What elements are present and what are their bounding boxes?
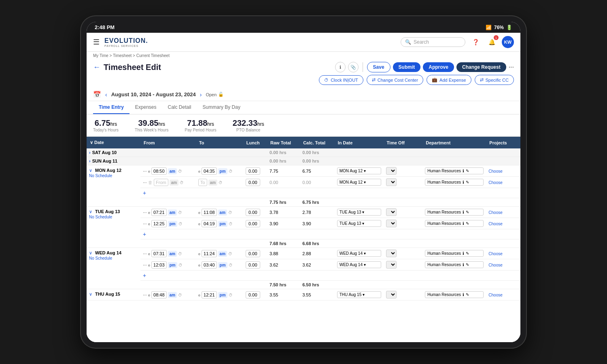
- tab-time-entry[interactable]: Time Entry: [93, 101, 129, 114]
- expand-sun[interactable]: ›: [89, 159, 91, 163]
- mon-to2-clock[interactable]: ⏱: [219, 180, 223, 185]
- tue-from1-ampm[interactable]: am: [168, 210, 177, 216]
- tue-add-row[interactable]: +: [143, 231, 146, 237]
- wed-from1-input[interactable]: 07:31: [151, 250, 167, 257]
- tue-choose2[interactable]: Choose: [488, 222, 502, 226]
- mon-from2-ampm[interactable]: am: [170, 180, 178, 186]
- mon-choose2[interactable]: Choose: [488, 180, 502, 185]
- wed-choose2[interactable]: Choose: [488, 263, 502, 267]
- dept-edit-icon[interactable]: ✎: [466, 169, 469, 173]
- tue-from2-ampm[interactable]: pm: [168, 221, 177, 227]
- tue-to2-clock[interactable]: ⏱: [229, 222, 233, 226]
- tue-indate1[interactable]: TUE Aug 13 ▾: [337, 209, 381, 216]
- mon-from2-clock[interactable]: ⏱: [180, 180, 184, 185]
- expand-tue[interactable]: ∨: [89, 209, 92, 214]
- dept-edit-icon2[interactable]: ✎: [466, 180, 469, 184]
- add-expense-chip[interactable]: 💼 Add Expense: [427, 75, 471, 85]
- mon-to1-clock[interactable]: ⏱: [229, 169, 233, 174]
- dept-info-icon7[interactable]: ℹ: [463, 292, 464, 297]
- wed-to1-ampm[interactable]: am: [218, 251, 227, 257]
- prev-period-button[interactable]: ‹: [105, 91, 107, 98]
- tue-from2-clock[interactable]: ⏱: [178, 222, 183, 226]
- save-button[interactable]: Save: [367, 62, 391, 72]
- tue-to1-input[interactable]: 11:08: [202, 209, 217, 216]
- tue-lunch2[interactable]: [246, 220, 260, 227]
- mon-timeoff2[interactable]: [386, 178, 397, 186]
- expand-wed[interactable]: ∨: [89, 250, 92, 255]
- back-button[interactable]: ←: [93, 63, 100, 72]
- tue-from1-clock[interactable]: ⏱: [178, 210, 182, 215]
- wed-to1-input[interactable]: 11:24: [202, 250, 217, 257]
- mon-from2-input[interactable]: From: [154, 179, 168, 186]
- mon-lunch2[interactable]: [246, 179, 260, 186]
- expand-thu[interactable]: ∨: [89, 292, 92, 296]
- approve-button[interactable]: Approve: [423, 62, 454, 72]
- dept-edit-icon5[interactable]: ✎: [466, 251, 469, 256]
- wed-from2-ampm[interactable]: pm: [168, 262, 177, 268]
- wed-from1-ampm[interactable]: am: [168, 251, 177, 257]
- thu-from1-input[interactable]: 08:48: [151, 291, 167, 298]
- dept-info-icon[interactable]: ℹ: [463, 169, 464, 173]
- mon-indate1[interactable]: MON Aug 12 ▾: [337, 167, 381, 174]
- expand-mon[interactable]: ∨: [89, 168, 92, 173]
- wed-to2-input[interactable]: 03:40: [202, 261, 217, 269]
- wed-to2-clock[interactable]: ⏱: [229, 263, 233, 267]
- tab-summary-by-day[interactable]: Summary By Day: [197, 101, 246, 114]
- tue-timeoff1[interactable]: [386, 208, 397, 216]
- tue-timeoff2[interactable]: [386, 220, 397, 227]
- dept-info-icon4[interactable]: ℹ: [463, 221, 464, 226]
- next-period-button[interactable]: ›: [200, 91, 202, 98]
- dept-edit-icon3[interactable]: ✎: [466, 210, 469, 214]
- wed-from1-clock[interactable]: ⏱: [178, 252, 182, 256]
- dept-info-icon3[interactable]: ℹ: [463, 210, 464, 214]
- attach-button[interactable]: 📎: [348, 62, 359, 72]
- mon-trash-icon[interactable]: 🗑: [148, 180, 153, 185]
- wed-from2-clock[interactable]: ⏱: [178, 263, 183, 267]
- mon-to2-input[interactable]: To: [198, 179, 207, 186]
- wed-timeoff2[interactable]: [386, 261, 397, 269]
- thu-to1-clock[interactable]: ⏱: [229, 293, 233, 297]
- wed-entry2-menu[interactable]: ···: [143, 262, 147, 268]
- tue-indate2[interactable]: TUE Aug 13 ▾: [337, 220, 381, 227]
- thu-from1-clock[interactable]: ⏱: [178, 293, 182, 297]
- mon-from1-input[interactable]: 08:50: [151, 167, 167, 175]
- dept-info-icon5[interactable]: ℹ: [463, 251, 464, 256]
- wed-to1-clock[interactable]: ⏱: [228, 252, 232, 256]
- wed-indate1[interactable]: WED Aug 14 ▾: [337, 250, 381, 257]
- tab-calc-detail[interactable]: Calc Detail: [162, 101, 197, 114]
- wed-lunch2[interactable]: [246, 261, 260, 269]
- change-cc-chip[interactable]: ⇄ Change Cost Center: [367, 75, 423, 85]
- expand-sat[interactable]: ›: [89, 150, 91, 155]
- dept-info-icon6[interactable]: ℹ: [463, 262, 464, 267]
- help-button[interactable]: ❓: [469, 36, 482, 48]
- thu-from1-ampm[interactable]: am: [168, 292, 177, 298]
- dept-info-icon2[interactable]: ℹ: [463, 180, 464, 184]
- tue-to2-input[interactable]: 04:19: [202, 220, 217, 227]
- tue-to1-ampm[interactable]: am: [218, 210, 227, 216]
- mon-to1-input[interactable]: 04:35: [202, 167, 217, 175]
- tue-entry2-menu[interactable]: ···: [143, 221, 147, 226]
- mon-add-row[interactable]: +: [143, 190, 146, 196]
- wed-indate2[interactable]: WED Aug 14 ▾: [337, 261, 381, 268]
- wed-entry1-menu[interactable]: ···: [143, 251, 147, 256]
- info-button[interactable]: ℹ: [335, 62, 346, 72]
- thu-lunch1[interactable]: [246, 291, 260, 298]
- tue-from1-input[interactable]: 07:21: [151, 209, 167, 216]
- tue-lunch1[interactable]: [246, 209, 260, 216]
- tue-to2-ampm[interactable]: pm: [218, 221, 227, 227]
- mon-lunch1[interactable]: [246, 167, 260, 175]
- wed-from2-input[interactable]: 12:03: [151, 261, 167, 269]
- wed-add-row[interactable]: +: [143, 272, 146, 279]
- wed-timeoff1[interactable]: [386, 250, 397, 257]
- user-avatar[interactable]: KW: [502, 36, 514, 48]
- dept-edit-icon7[interactable]: ✎: [466, 292, 469, 297]
- search-box[interactable]: 🔍 Search: [401, 37, 465, 47]
- thu-indate1[interactable]: THU Aug 15 ▾: [337, 291, 381, 298]
- dept-edit-icon4[interactable]: ✎: [466, 221, 469, 226]
- tue-from2-input[interactable]: 12:25: [151, 220, 167, 227]
- more-button[interactable]: ···: [509, 63, 514, 71]
- mon-to2-ampm[interactable]: am: [208, 180, 217, 186]
- thu-timeoff1[interactable]: [386, 291, 397, 298]
- thu-entry1-menu[interactable]: ···: [143, 292, 147, 298]
- specific-cc-chip[interactable]: ⇄ Specific CC: [475, 75, 514, 85]
